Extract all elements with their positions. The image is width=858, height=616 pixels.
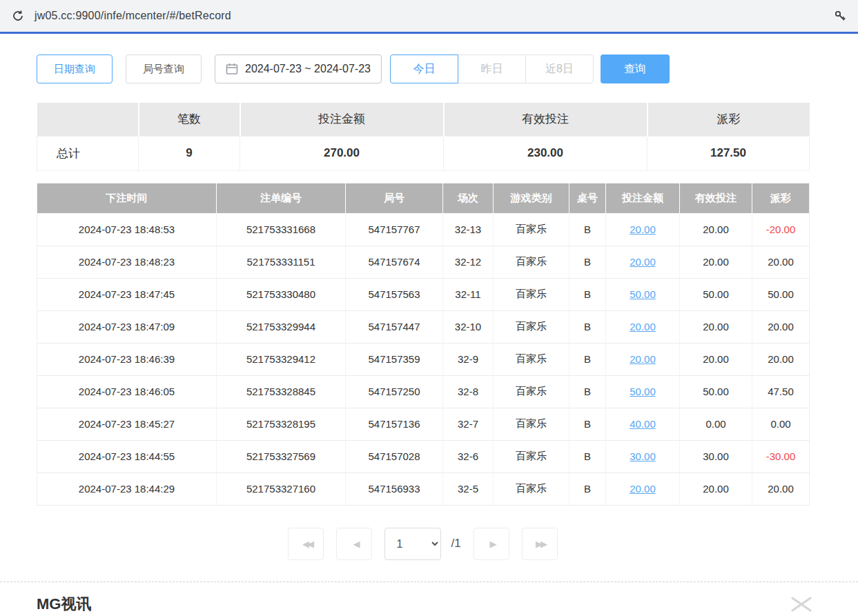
session: 32-6 xyxy=(443,440,494,473)
date-range-picker[interactable]: 2024-07-23 ~ 2024-07-23 xyxy=(215,54,382,83)
calendar-icon xyxy=(226,63,238,75)
filter-toolbar: 日期查询 局号查询 2024-07-23 ~ 2024-07-23 今日 昨日 … xyxy=(37,54,809,83)
pagination-next-button[interactable]: ▶ xyxy=(474,528,509,560)
column-header: 游戏类别 xyxy=(494,183,569,213)
table-row: 2024-07-23 18:48:23521753331151547157674… xyxy=(37,246,810,278)
payout: -20.00 xyxy=(752,213,810,246)
session: 32-9 xyxy=(443,343,494,375)
round-query-tab[interactable]: 局号查询 xyxy=(126,54,202,83)
session: 32-11 xyxy=(443,278,494,310)
quick-range-yesterday-button[interactable]: 昨日 xyxy=(458,54,526,83)
bet-amount: 20.00 xyxy=(606,310,680,343)
summary-total-label: 总计 xyxy=(37,136,139,170)
address-bar: jw05.cc:9900/infe/mcenter/#/betRecord xyxy=(0,0,858,34)
bet-amount-link[interactable]: 30.00 xyxy=(630,450,656,462)
bet-time: 2024-07-23 18:48:53 xyxy=(37,213,217,246)
bet-time: 2024-07-23 18:48:23 xyxy=(37,246,217,278)
table-row: 2024-07-23 18:44:29521753327160547156933… xyxy=(37,473,810,505)
bet-amount: 30.00 xyxy=(606,440,680,473)
bet-amount-link[interactable]: 20.00 xyxy=(630,256,656,268)
session: 32-5 xyxy=(443,473,494,505)
bet-time: 2024-07-23 18:44:29 xyxy=(37,473,217,505)
summary-header-blank xyxy=(37,103,139,136)
table-row: 2024-07-23 18:46:39521753329412547157359… xyxy=(37,343,810,375)
summary-header-payout: 派彩 xyxy=(647,103,810,136)
bet-amount-link[interactable]: 20.00 xyxy=(630,353,656,365)
reload-icon[interactable] xyxy=(10,8,26,24)
quick-range-8days-button[interactable]: 近8日 xyxy=(525,54,594,83)
valid-bet: 20.00 xyxy=(680,310,752,343)
game-type: 百家乐 xyxy=(494,310,569,343)
order-number: 521753328195 xyxy=(217,408,346,440)
bet-amount-link[interactable]: 50.00 xyxy=(630,288,656,300)
column-header: 桌号 xyxy=(569,183,606,213)
table-number: B xyxy=(569,375,606,408)
column-header: 派彩 xyxy=(752,183,810,213)
valid-bet: 50.00 xyxy=(680,375,752,408)
summary-header-bet-amount: 投注金额 xyxy=(240,103,444,136)
bet-amount-link[interactable]: 20.00 xyxy=(630,483,656,495)
pagination-last-button[interactable]: ▶▶ xyxy=(522,528,558,560)
bet-amount: 40.00 xyxy=(606,408,680,440)
game-type: 百家乐 xyxy=(494,246,569,278)
round-number: 547157447 xyxy=(346,310,443,343)
order-number: 521753329412 xyxy=(217,343,346,375)
summary-table: 笔数 投注金额 有效投注 派彩 总计 9 270.00 230.00 127.5… xyxy=(37,103,810,171)
bet-record-table: 下注时间注单编号局号场次游戏类别桌号投注金额有效投注派彩 2024-07-23 … xyxy=(37,183,810,506)
table-number: B xyxy=(569,343,606,375)
column-header: 局号 xyxy=(346,183,443,213)
column-header: 投注金额 xyxy=(606,183,680,213)
order-number: 521753327160 xyxy=(217,473,346,505)
bet-amount-link[interactable]: 50.00 xyxy=(630,386,656,397)
summary-total-valid-bet: 230.00 xyxy=(444,136,647,170)
mg-video-section-header[interactable]: MG视讯 xyxy=(0,582,858,615)
search-button[interactable]: 查询 xyxy=(601,54,670,83)
round-number: 547157767 xyxy=(346,213,443,246)
table-number: B xyxy=(569,440,606,473)
table-number: B xyxy=(569,473,606,505)
quick-range-today-button[interactable]: 今日 xyxy=(390,54,458,83)
bet-table-body: 2024-07-23 18:48:53521753331668547157767… xyxy=(37,213,810,505)
collapse-icon[interactable] xyxy=(790,595,813,613)
bet-time: 2024-07-23 18:46:05 xyxy=(37,375,217,408)
bet-time: 2024-07-23 18:47:45 xyxy=(37,278,217,310)
bet-amount: 20.00 xyxy=(606,213,680,246)
date-query-tab[interactable]: 日期查询 xyxy=(37,54,113,83)
round-number: 547157136 xyxy=(346,408,443,440)
session: 32-10 xyxy=(443,310,494,343)
bet-amount-link[interactable]: 40.00 xyxy=(630,418,656,430)
valid-bet: 50.00 xyxy=(680,278,752,310)
column-header: 场次 xyxy=(443,183,494,213)
column-header: 注单编号 xyxy=(217,183,346,213)
bet-time: 2024-07-23 18:47:09 xyxy=(37,310,217,343)
table-row: 2024-07-23 18:48:53521753331668547157767… xyxy=(37,213,810,246)
table-number: B xyxy=(569,213,606,246)
bet-amount: 50.00 xyxy=(606,375,680,408)
payout: 47.50 xyxy=(752,375,810,408)
url-text[interactable]: jw05.cc:9900/infe/mcenter/#/betRecord xyxy=(35,10,823,22)
valid-bet: 20.00 xyxy=(680,213,752,246)
order-number: 521753327569 xyxy=(217,440,346,473)
round-number: 547157028 xyxy=(346,440,443,473)
bet-time: 2024-07-23 18:45:27 xyxy=(37,408,217,440)
round-number: 547157563 xyxy=(346,278,443,310)
pagination: ◀◀ ◀ 1 /1 ▶ ▶▶ xyxy=(37,528,809,560)
section-title: MG视讯 xyxy=(37,594,91,615)
quick-range-group: 今日 昨日 近8日 xyxy=(390,54,594,83)
bet-time: 2024-07-23 18:46:39 xyxy=(37,343,217,375)
order-number: 521753331668 xyxy=(217,213,346,246)
summary-total-count: 9 xyxy=(139,136,240,170)
bet-amount-link[interactable]: 20.00 xyxy=(630,223,656,235)
bet-amount-link[interactable]: 20.00 xyxy=(630,321,656,332)
session: 32-7 xyxy=(443,408,494,440)
pagination-first-button[interactable]: ◀◀ xyxy=(288,528,324,560)
page-select[interactable]: 1 xyxy=(384,528,441,560)
date-range-text: 2024-07-23 ~ 2024-07-23 xyxy=(245,63,371,75)
summary-header-count: 笔数 xyxy=(139,103,240,136)
column-header: 下注时间 xyxy=(37,183,217,213)
session: 32-13 xyxy=(443,213,494,246)
pagination-prev-button[interactable]: ◀ xyxy=(336,528,372,560)
key-icon[interactable] xyxy=(832,8,848,24)
game-type: 百家乐 xyxy=(494,408,569,440)
order-number: 521753329944 xyxy=(217,310,346,343)
